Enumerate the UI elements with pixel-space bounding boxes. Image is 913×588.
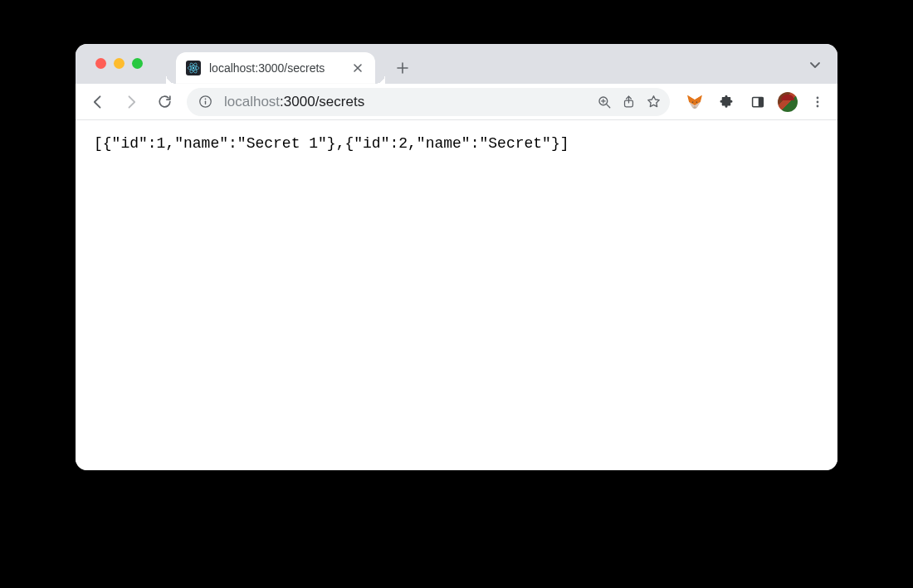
svg-point-19 xyxy=(817,96,819,99)
page-viewport: [{"id":1,"name":"Secret 1"},{"id":2,"nam… xyxy=(76,120,837,470)
toolbar: localhost:3000/secrets xyxy=(76,84,837,120)
tab-strip: localhost:3000/secrets xyxy=(76,44,837,84)
window-minimize-button[interactable] xyxy=(114,58,124,69)
tab-search-button[interactable] xyxy=(808,57,823,72)
url-path: :3000/secrets xyxy=(280,94,364,109)
forward-button[interactable] xyxy=(117,88,145,116)
close-tab-button[interactable] xyxy=(350,61,365,75)
chrome-menu-button[interactable] xyxy=(806,90,829,114)
profile-avatar[interactable] xyxy=(778,92,798,112)
response-body: [{"id":1,"name":"Secret 1"},{"id":2,"nam… xyxy=(94,135,819,152)
svg-point-21 xyxy=(817,104,819,107)
svg-point-20 xyxy=(817,100,819,103)
window-close-button[interactable] xyxy=(95,58,106,69)
side-panel-icon[interactable] xyxy=(746,90,769,114)
browser-tab-active[interactable]: localhost:3000/secrets xyxy=(176,52,375,84)
omnibox-actions xyxy=(597,94,662,109)
tabs: localhost:3000/secrets xyxy=(176,44,415,84)
bookmark-star-icon[interactable] xyxy=(646,94,662,109)
zoom-icon[interactable] xyxy=(597,95,612,109)
svg-rect-5 xyxy=(205,100,206,104)
back-button[interactable] xyxy=(84,88,112,116)
svg-rect-18 xyxy=(759,97,764,106)
metamask-extension-icon[interactable] xyxy=(683,90,706,114)
window-controls xyxy=(95,58,143,69)
address-bar[interactable]: localhost:3000/secrets xyxy=(187,88,670,116)
share-icon[interactable] xyxy=(622,95,636,109)
url-host: localhost xyxy=(224,94,280,109)
url-text: localhost:3000/secrets xyxy=(224,94,585,110)
svg-point-6 xyxy=(205,98,207,100)
react-icon xyxy=(186,61,201,75)
browser-window: localhost:3000/secrets xyxy=(76,44,837,470)
extensions-puzzle-icon[interactable] xyxy=(715,90,738,114)
new-tab-button[interactable] xyxy=(390,56,415,80)
window-zoom-button[interactable] xyxy=(132,58,143,69)
reload-button[interactable] xyxy=(150,88,178,116)
site-info-icon[interactable] xyxy=(198,95,212,109)
extensions xyxy=(683,90,829,114)
tab-title: localhost:3000/secrets xyxy=(209,61,350,75)
